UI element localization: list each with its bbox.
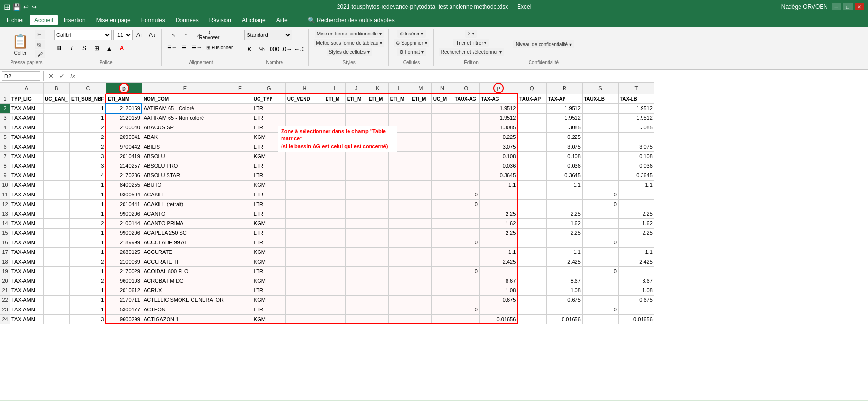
cell-O4[interactable]: [453, 123, 479, 132]
cell-T1[interactable]: TAX-LB: [618, 94, 654, 103]
formula-input[interactable]: [79, 73, 866, 80]
cell-D5[interactable]: 2090041: [106, 132, 142, 142]
cell-T10[interactable]: 1.1: [618, 180, 654, 190]
cell-K13[interactable]: [367, 209, 388, 218]
cell-N13[interactable]: [431, 209, 453, 218]
cell-Q15[interactable]: [518, 228, 546, 238]
cell-B12[interactable]: [44, 199, 70, 209]
cell-P1[interactable]: TAX-AG: [479, 94, 518, 103]
cell-B16[interactable]: [44, 238, 70, 247]
cell-O8[interactable]: [453, 161, 479, 171]
cell-S3[interactable]: [582, 113, 618, 123]
cell-S22[interactable]: [582, 295, 618, 305]
cell-S16[interactable]: 0: [582, 238, 618, 247]
cell-L12[interactable]: [388, 199, 410, 209]
cell-M22[interactable]: [410, 295, 431, 305]
cell-R19[interactable]: [546, 266, 582, 276]
cell-L1[interactable]: ETI_M: [388, 94, 410, 103]
cell-P10[interactable]: 1.1: [479, 180, 518, 190]
col-header-P[interactable]: P: [479, 83, 518, 94]
cell-I2[interactable]: [324, 103, 345, 113]
cell-B20[interactable]: [44, 276, 70, 286]
cell-A21[interactable]: TAX-AMM: [10, 286, 44, 295]
cell-S18[interactable]: [582, 257, 618, 266]
cell-C13[interactable]: 1: [70, 209, 106, 218]
cell-S4[interactable]: [582, 123, 618, 132]
cell-I3[interactable]: [324, 113, 345, 123]
cell-H24[interactable]: [285, 314, 324, 324]
cell-S8[interactable]: [582, 161, 618, 171]
cell-G7[interactable]: KGM: [252, 151, 285, 161]
cell-O22[interactable]: [453, 295, 479, 305]
cell-A11[interactable]: TAX-AMM: [10, 190, 44, 199]
cell-K22[interactable]: [367, 295, 388, 305]
cell-T11[interactable]: [618, 190, 654, 199]
cell-A2[interactable]: TAX-AMM: [10, 103, 44, 113]
col-header-G[interactable]: G: [252, 83, 285, 94]
cell-K20[interactable]: [367, 276, 388, 286]
cell-N2[interactable]: [431, 103, 453, 113]
cell-I8[interactable]: [324, 161, 345, 171]
cell-D11[interactable]: 9300504: [106, 190, 142, 199]
cell-F21[interactable]: [228, 286, 252, 295]
cell-Q16[interactable]: [518, 238, 546, 247]
cell-Q6[interactable]: [518, 142, 546, 151]
cell-O3[interactable]: [453, 113, 479, 123]
cell-T3[interactable]: 1.9512: [618, 113, 654, 123]
insert-btn[interactable]: ⊕ Insérer ▾: [397, 30, 426, 38]
col-header-E[interactable]: E: [142, 83, 228, 94]
col-header-J[interactable]: J: [345, 83, 367, 94]
cell-D15[interactable]: 9900206: [106, 228, 142, 238]
cell-H14[interactable]: [285, 218, 324, 228]
cell-H16[interactable]: [285, 238, 324, 247]
cell-D8[interactable]: 2140257: [106, 161, 142, 171]
cell-M14[interactable]: [410, 218, 431, 228]
cell-H11[interactable]: [285, 190, 324, 199]
cell-G23[interactable]: LTR: [252, 305, 285, 314]
cell-B22[interactable]: [44, 295, 70, 305]
cell-F24[interactable]: [228, 314, 252, 324]
cell-I4[interactable]: [324, 123, 345, 132]
cell-O2[interactable]: [453, 103, 479, 113]
cell-R14[interactable]: 1.62: [546, 218, 582, 228]
cell-L18[interactable]: [388, 257, 410, 266]
cell-T24[interactable]: 0.01656: [618, 314, 654, 324]
cell-S17[interactable]: [582, 247, 618, 257]
cell-A10[interactable]: TAX-AMM: [10, 180, 44, 190]
cell-B19[interactable]: [44, 266, 70, 276]
cell-E10[interactable]: ABUTO: [142, 180, 228, 190]
confidentiality-btn[interactable]: Niveau de confidentialité ▾: [513, 40, 574, 48]
font-size-select[interactable]: 11: [113, 30, 133, 40]
format-table-btn[interactable]: Mettre sous forme de tableau ▾: [314, 39, 384, 47]
cell-R23[interactable]: [546, 305, 582, 314]
cell-Q12[interactable]: [518, 199, 546, 209]
cell-D12[interactable]: 2010441: [106, 199, 142, 209]
cell-I23[interactable]: [324, 305, 345, 314]
cell-G24[interactable]: KGM: [252, 314, 285, 324]
cell-P18[interactable]: 2.425: [479, 257, 518, 266]
cell-F18[interactable]: [228, 257, 252, 266]
cell-A7[interactable]: TAX-AMM: [10, 151, 44, 161]
cell-D21[interactable]: 2010612: [106, 286, 142, 295]
cell-H18[interactable]: [285, 257, 324, 266]
cell-M2[interactable]: [410, 103, 431, 113]
cell-H12[interactable]: [285, 199, 324, 209]
cell-C23[interactable]: 1: [70, 305, 106, 314]
cell-C9[interactable]: 4: [70, 171, 106, 180]
cell-S2[interactable]: [582, 103, 618, 113]
cell-E15[interactable]: ACAPELA 250 SC: [142, 228, 228, 238]
cell-G3[interactable]: LTR: [252, 113, 285, 123]
cell-R1[interactable]: TAX-AP: [546, 94, 582, 103]
cell-B18[interactable]: [44, 257, 70, 266]
cell-H13[interactable]: [285, 209, 324, 218]
cell-I21[interactable]: [324, 286, 345, 295]
cell-C2[interactable]: 1: [70, 103, 106, 113]
cell-G16[interactable]: LTR: [252, 238, 285, 247]
cell-P15[interactable]: 2.25: [479, 228, 518, 238]
cell-K14[interactable]: [367, 218, 388, 228]
cell-M10[interactable]: [410, 180, 431, 190]
cell-D24[interactable]: 9600299: [106, 314, 142, 324]
cell-B6[interactable]: [44, 142, 70, 151]
cell-F11[interactable]: [228, 190, 252, 199]
cell-Q10[interactable]: [518, 180, 546, 190]
